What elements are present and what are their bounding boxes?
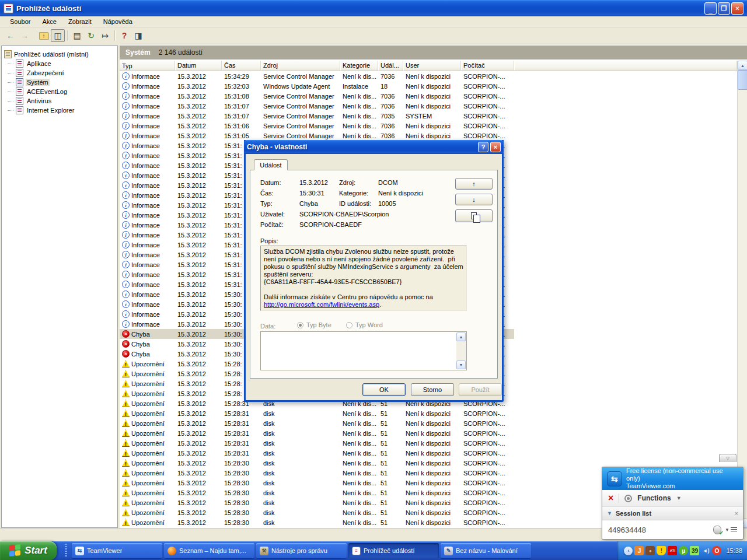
tray-collapse-chevron-icon[interactable]: ‹	[624, 547, 633, 555]
data-scroll-up-icon[interactable]: ▲	[456, 332, 466, 341]
show-panel-icon[interactable]: ◨	[131, 29, 145, 42]
table-row[interactable]: !Upozornění15.3.201215:28:30diskNení k d…	[120, 468, 514, 478]
data-scrollbar[interactable]: ▲ ▼	[456, 332, 466, 369]
description-box[interactable]: Služba DCOM zjistila chybu Zvolenou služ…	[260, 246, 467, 311]
app-brown-icon[interactable]: ●	[645, 546, 655, 555]
table-row[interactable]: !Upozornění15.3.201215:28:30diskNení k d…	[120, 488, 514, 498]
column-header-zdroj[interactable]: Zdroj	[261, 61, 340, 71]
opera-icon[interactable]: O	[712, 546, 721, 555]
sidebar-item-aplikace[interactable]: Aplikace	[15, 59, 117, 68]
teamviewer-minimize-tab[interactable]: ▽	[719, 454, 736, 462]
sidebar-item-zabezpečení[interactable]: Zabezpečení	[15, 68, 117, 78]
task-nastroje[interactable]: ⚒Nástroje pro správu	[256, 543, 347, 558]
list-scrollbar[interactable]: ▲ ▼	[737, 61, 747, 528]
table-row[interactable]: !Upozornění15.3.201215:28:30diskNení k d…	[120, 498, 514, 508]
data-textarea[interactable]: ▲ ▼	[260, 331, 467, 370]
taskbar-drag-handle[interactable]	[65, 544, 67, 558]
dialog-titlebar[interactable]: Chyba - vlastnosti ? ×	[244, 140, 504, 154]
events-link[interactable]: http://go.microsoft.com/fwlink/events.as…	[264, 301, 379, 308]
column-header-datum[interactable]: Datum	[175, 61, 222, 71]
column-header-udl[interactable]: Udál...	[378, 61, 403, 71]
table-row[interactable]: iInformace15.3.201215:34:29Service Contr…	[120, 71, 514, 81]
window-titlebar[interactable]: Prohlížeč událostí _ ❐ ×	[0, 0, 747, 16]
dialog-help-icon[interactable]: ?	[478, 142, 488, 152]
functions-menu[interactable]: Functions	[637, 494, 671, 502]
tree-root[interactable]: Prohlížeč událostí (místní)	[2, 50, 117, 59]
sidebar-item-antivirus[interactable]: Antivirus	[15, 96, 117, 106]
copy-button[interactable]	[455, 209, 493, 222]
previous-event-button[interactable]: ↑	[455, 178, 493, 190]
security-shield-icon[interactable]: !	[657, 546, 666, 555]
table-row[interactable]: iInformace15.3.201215:32:03Windows Updat…	[120, 81, 514, 91]
refresh-icon[interactable]: ↻	[84, 29, 98, 42]
session-list-header[interactable]: ▼ Session list ×	[602, 507, 743, 520]
table-row[interactable]: iInformace15.3.201215:31:06Service Contr…	[120, 121, 514, 131]
table-row[interactable]: iInformace15.3.201215:31:08Service Contr…	[120, 91, 514, 101]
minimize-button[interactable]: _	[704, 2, 717, 15]
sidebar-item-aceeventlog[interactable]: ACEEventLog	[15, 87, 117, 96]
table-row[interactable]: !Upozornění15.3.201215:28:31diskNení k d…	[120, 438, 514, 448]
table-row[interactable]: iInformace15.3.201215:31:07Service Contr…	[120, 101, 514, 111]
session-row[interactable]: 449634448 ▼	[602, 520, 743, 539]
table-row[interactable]: !Upozornění15.3.201215:28:30diskNení k d…	[120, 478, 514, 488]
back-icon[interactable]: ←	[4, 29, 18, 42]
task-malovani[interactable]: ✎Bez názvu - Malování	[441, 543, 531, 558]
task-seznam[interactable]: Seznam – Najdu tam,...	[164, 543, 254, 558]
table-row[interactable]: !Upozornění15.3.201215:28:31diskNení k d…	[120, 448, 514, 458]
sidebar-item-systém[interactable]: Systém	[15, 78, 117, 87]
column-header-typ[interactable]: Typ	[120, 61, 175, 71]
restore-button[interactable]: ❐	[718, 2, 730, 15]
task-teamviewer[interactable]: ⇆TeamViewer	[72, 543, 162, 558]
up-folder-icon[interactable]: ↑	[37, 29, 51, 42]
ok-button[interactable]: OK	[362, 383, 406, 396]
table-row[interactable]: !Upozornění15.3.201215:28:30diskNení k d…	[120, 508, 514, 517]
table-row[interactable]: iInformace15.3.201215:31:07Service Contr…	[120, 111, 514, 121]
count-badge[interactable]: 39	[690, 546, 699, 555]
help-icon[interactable]: ?	[117, 29, 131, 42]
utorrent-icon[interactable]: µ	[679, 546, 688, 555]
task-event-viewer[interactable]: ≡Prohlížeč událostí	[348, 543, 439, 558]
show-tree-icon[interactable]: ◫	[51, 29, 65, 42]
column-header-as[interactable]: Čas	[222, 61, 261, 71]
export-list-icon[interactable]: ↦	[98, 29, 112, 42]
event-viewer-app-icon	[4, 4, 13, 13]
start-button[interactable]: Start	[0, 541, 57, 560]
table-row[interactable]: !Upozornění15.3.201215:28:30diskNení k d…	[120, 458, 514, 468]
functions-dropdown-icon[interactable]: ▼	[676, 495, 682, 501]
forward-icon[interactable]: →	[18, 29, 32, 42]
column-header-kategorie[interactable]: Kategorie	[340, 61, 378, 71]
end-session-icon[interactable]: ×	[608, 493, 613, 503]
menu-zobrazit[interactable]: Zobrazit	[63, 17, 97, 26]
remote-control-icon[interactable]	[713, 526, 721, 534]
column-header-pota[interactable]: Počítač	[461, 61, 514, 71]
collapse-icon[interactable]: ▼	[607, 510, 612, 516]
table-row[interactable]: iInformace15.3.201215:31:05Service Contr…	[120, 131, 514, 141]
table-row[interactable]: !Upozornění15.3.201215:28:31diskNení k d…	[120, 418, 514, 428]
java-icon[interactable]: J	[634, 546, 644, 555]
table-row[interactable]: !Upozornění15.3.201215:28:31diskNení k d…	[120, 428, 514, 438]
next-event-button[interactable]: ↓	[455, 194, 493, 205]
pouzit-button[interactable]: Použít	[459, 383, 502, 396]
menu-nápověda[interactable]: Nápověda	[98, 17, 138, 26]
properties-icon[interactable]: ▤	[70, 29, 84, 42]
data-scroll-down-icon[interactable]: ▼	[456, 360, 466, 369]
tab-udalost[interactable]: Událost	[254, 159, 288, 170]
radio-typ-byte[interactable]: Typ Byte	[297, 321, 331, 328]
sidebar-item-internet-explorer[interactable]: Internet Explorer	[15, 106, 117, 115]
menu-soubor[interactable]: Soubor	[5, 17, 36, 26]
close-button[interactable]: ×	[731, 2, 743, 15]
radio-typ-word[interactable]: Typ Word	[346, 321, 383, 328]
scroll-thumb[interactable]	[738, 70, 747, 90]
table-row[interactable]: !Upozornění15.3.201215:28:31diskNení k d…	[120, 408, 514, 418]
storno-button[interactable]: Storno	[411, 383, 454, 396]
table-row[interactable]: !Upozornění15.3.201215:28:30diskNení k d…	[120, 517, 514, 527]
volume-icon[interactable]: ◄)	[701, 546, 710, 555]
session-list-close-icon[interactable]: ×	[735, 510, 738, 517]
dialog-close-icon[interactable]: ×	[490, 142, 501, 152]
session-menu-icon[interactable]: ▼	[725, 527, 737, 533]
copy-icon	[471, 212, 477, 219]
ati-icon[interactable]: ATI	[668, 546, 677, 555]
menu-akce[interactable]: Akce	[37, 17, 61, 26]
column-header-user[interactable]: User	[403, 61, 461, 71]
scroll-up-icon[interactable]: ▲	[738, 61, 747, 70]
